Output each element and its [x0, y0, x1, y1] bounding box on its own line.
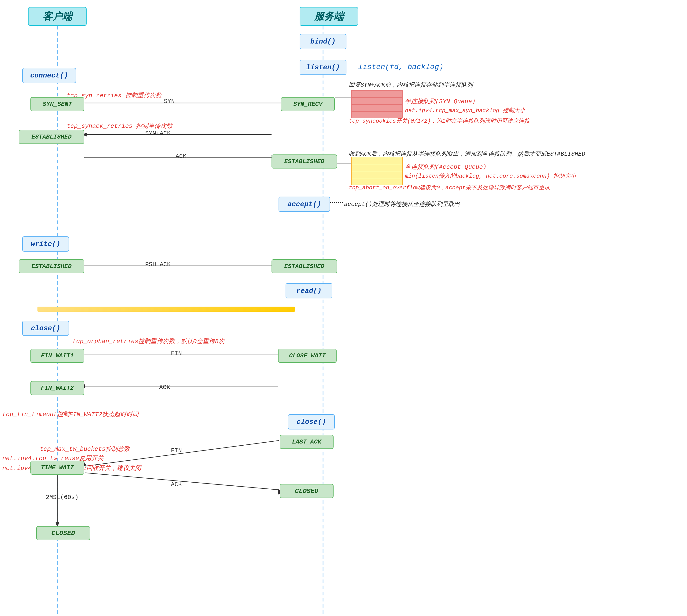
time-wait-node: TIME_WAIT	[30, 461, 84, 475]
diagram-container: 客户端 服务端 bind() listen() listen(fd, backl…	[0, 0, 687, 616]
server-title: 服务端	[300, 7, 358, 26]
fin-timeout-label: tcp_fin_timeout控制FIN_WAIT2状态超时时间	[2, 410, 138, 418]
psh-ack-label: PSH ACK	[145, 261, 171, 268]
fin-label-2: FIN	[171, 447, 182, 454]
half-queue-label: 半连接队列(SYN Queue)	[405, 97, 475, 105]
ack-label-2: ACK	[159, 384, 170, 391]
fin-label-1: FIN	[171, 350, 182, 357]
syn-recv-node: SYN_RECV	[281, 97, 335, 111]
half-queue-note: 回复SYN+ACK前，内核把连接存储到半连接队列	[349, 81, 473, 88]
ack-label: ACK	[176, 153, 186, 160]
accept-node: accept()	[279, 197, 330, 212]
last-ack-node: LAST_ACK	[280, 435, 334, 449]
client-title: 客户端	[28, 7, 87, 26]
syn-sent-node: SYN_SENT	[30, 97, 84, 111]
divider-bar	[38, 307, 295, 312]
established-client-1: ESTABLISHED	[19, 130, 84, 144]
orphan-retries-label: tcp_orphan_retries控制重传次数，默认0会重传8次	[72, 337, 225, 345]
bind-node: bind()	[300, 34, 347, 49]
full-queue-box	[351, 157, 403, 185]
svg-line-21	[85, 473, 279, 490]
svg-line-19	[85, 440, 279, 466]
synack-label: SYN+ACK	[145, 130, 171, 137]
half-queue-note2: tcp_syncookies开关(0/1/2)，为1时在半连接队列满时仍可建立连…	[349, 117, 530, 125]
established-server-1: ESTABLISHED	[271, 154, 337, 169]
msl-label: 2MSL(60s)	[46, 494, 79, 501]
close-server-node: close()	[288, 414, 335, 430]
established-client-2: ESTABLISHED	[19, 259, 84, 273]
closed-client-node: CLOSED	[36, 526, 90, 540]
close-wait-node: CLOSE_WAIT	[278, 349, 337, 363]
half-queue-note1: net.ipv4.tcp_max_syn_backlog 控制大小	[405, 107, 525, 114]
full-queue-note2: tcp_abort_on_overflow建议为0，accept来不及处理导致满…	[349, 184, 550, 191]
ack-note: 收到ACK后，内核把连接从半连接队列取出，添加到全连接队列。然后才变成ESTAB…	[349, 150, 585, 157]
listen-fd-label: listen(fd, backlog)	[358, 63, 444, 71]
tw-buckets-label: tcp_max_tw_buckets控制总数	[40, 445, 130, 453]
write-node: write()	[22, 236, 69, 251]
full-queue-note1: min(listen传入的backlog, net.core.somaxconn…	[405, 172, 576, 179]
closed-server-node: CLOSED	[280, 484, 334, 498]
full-queue-label: 全连接队列(Accept Queue)	[405, 163, 486, 171]
syn-label: SYN	[164, 98, 175, 105]
synack-retries-label: tcp_synack_retries 控制重传次数	[67, 122, 173, 130]
ack-label-3: ACK	[171, 481, 182, 488]
connect-node: connect()	[22, 68, 76, 83]
listen-node: listen()	[300, 60, 347, 75]
read-node: read()	[286, 283, 332, 299]
established-server-2: ESTABLISHED	[271, 259, 337, 273]
fin-wait1-node: FIN_WAIT1	[30, 349, 84, 363]
fin-wait2-node: FIN_WAIT2	[30, 381, 84, 395]
close-client-node: close()	[22, 321, 69, 336]
half-queue-box	[351, 90, 403, 118]
accept-note: accept()处理时将连接从全连接队列里取出	[344, 200, 460, 208]
